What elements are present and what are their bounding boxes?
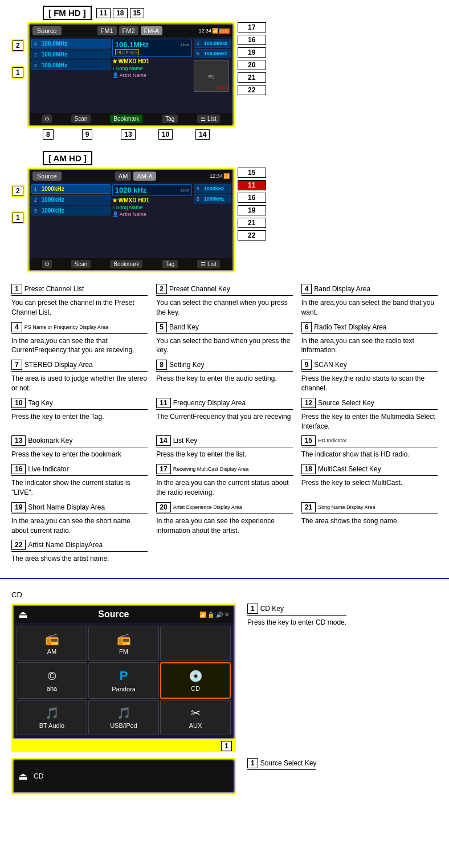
aux-icon: ✂ [191,706,201,720]
desc-18-num: 18 [301,464,316,474]
list-btn[interactable]: ☰ List [197,115,219,123]
cd-num-label-1: 1 [221,741,232,751]
band-fma[interactable]: FM-A [141,26,163,35]
rds-badge: RDS [219,28,230,34]
desc-17-num: 17 [156,464,170,474]
desc-16-title: Live Indicator [28,465,68,473]
channel-2: 2 100.0MHz [31,50,111,59]
thumbnail-label: 92.1 [218,85,228,91]
station-text: WMXD HD1 [119,58,149,64]
desc-1-header: 1 Preset Channel List [11,284,148,296]
source-speaker-icon: 🔊 [216,612,223,618]
desc-10-title: Tag Key [28,399,52,407]
source-pandora[interactable]: P Pandora [88,662,159,699]
source-small-band-label: CD [34,772,43,780]
source-am[interactable]: 📻 AM [17,626,87,661]
channel-6: 6 100.0MHz [194,49,231,58]
bookmark-btn[interactable]: Bookmark [110,115,142,123]
fm-channels-left: 4 100.0MHz 2 100.0MHz 3 100.0MHz [31,39,111,92]
desc-6-body: In the area,you can see the radio text i… [301,336,438,356]
source-bt[interactable]: 🎵 BT Audio [17,700,87,735]
band-fm2[interactable]: FM2 [119,26,138,35]
desc-5-num: 5 [156,322,167,332]
am-bookmark-btn[interactable]: Bookmark [110,260,142,268]
desc-22-title: Artist Name DisplayArea [28,541,103,549]
aha-icon: © [48,670,56,683]
fm-bottom-labels: 8 9 13 10 14 [43,129,438,140]
scan-btn[interactable]: Scan [71,115,91,123]
desc-22-num: 22 [11,540,26,550]
am-active-display: 1020 kHz Live ★ WMXD HD1 ♪ Song Name [112,184,192,217]
desc-20-body: In the area,you can see the experience i… [156,516,292,536]
desc-8: 8 Setting Key Press the key to enter the… [156,360,292,393]
am-ch-3: 3 1000kHz [31,206,111,215]
am-right-labels: 15 11 16 19 21 22 [238,168,266,241]
desc-14-body: Press the key to enter the list. [156,450,292,459]
desc-20: 20 Artist Experience Display Area In the… [156,502,292,536]
gear-btn[interactable]: ⚙ [42,115,52,123]
source-screen: ⏏ Source 📶 🔒 🔊 ✕ 📻 AM [13,605,235,739]
desc-20-title: Artist Experience Display Area [173,504,242,510]
tag-btn[interactable]: Tag [162,115,178,123]
bt-icon: 🎵 [45,706,59,720]
am-signal: 📶 [223,173,230,179]
fm-bottom-bar: ⚙ Scan Bookmark Tag ☰ List [30,113,232,125]
am-channels-right: 5 1000kHz 6 1000kHz [194,184,231,217]
song-row: ♪ Song Name [112,66,192,71]
desc-4b-body: In the area,you can see the that Current… [11,336,148,356]
desc-4b-header: 4 PS Name or Frequency Display Area [11,322,148,334]
usb-icon: 🎵 [117,706,131,720]
desc-11-title: Frequency Display Area [173,399,246,407]
desc-18: 18 MultiCast Select Key Press the key to… [301,464,438,498]
source-aha[interactable]: © aha [17,662,87,699]
am-r-15: 15 [238,168,266,178]
desc-21: 21 Song Name Display Area The area shows… [301,502,438,536]
am-tag-btn[interactable]: Tag [162,260,178,268]
desc-11: 11 Frequency Display Area The CurrentFre… [156,398,292,431]
r-num-16: 16 [238,35,266,45]
source-usb[interactable]: 🎵 USB/iPod [88,700,159,735]
desc-21-num: 21 [301,502,316,512]
am-top-bar: Source AM AM-A 12:34 📶 [30,170,232,182]
am-band-ama[interactable]: AM-A [133,172,156,181]
am-source-btn[interactable]: Source [32,172,62,181]
band-fm1[interactable]: FM1 [97,26,117,35]
usb-label: USB/iPod [110,722,137,729]
am-scan-btn[interactable]: Scan [71,260,91,268]
am-artist: 👤 Artist Name [112,211,192,217]
am-band-am[interactable]: AM [115,172,132,181]
desc-14: 14 List Key Press the key to enter the l… [156,435,292,459]
am-ch-6: 6 1000kHz [194,194,231,203]
desc-11-num: 11 [156,398,170,408]
desc-10: 10 Tag Key Press the key to enter the Ta… [11,398,148,431]
desc-21-title: Song Name Display Area [318,504,375,510]
desc-20-num: 20 [156,502,170,512]
song-text: Song Name [116,66,143,71]
desc-1-num: 1 [11,284,22,294]
source-select-desc: 1 Source Select Key [247,758,316,771]
eject-icon: ⏏ [18,608,28,621]
am-left-2: 2 [11,185,25,197]
am-gear-btn[interactable]: ⚙ [42,260,52,268]
fm-header: [ FM HD ] 11 18 15 [43,6,438,20]
desc-16: 16 Live Indicator The indicator show the… [11,464,148,498]
desc-12-header: 12 Source Select Key [301,398,438,410]
desc-1-title: Preset Channel List [25,285,84,293]
channel-3: 3 100.0MHz [31,60,111,70]
pandora-icon: P [120,669,128,683]
source-cd[interactable]: 💿 CD [160,662,231,699]
source-top-bar: ⏏ Source 📶 🔒 🔊 ✕ [14,606,234,623]
am-station: ★ WMXD HD1 [112,197,192,203]
source-fm[interactable]: 📻 FM [88,626,159,661]
b-num-9: 9 [82,129,93,140]
cd-label: CD [11,590,438,599]
star-icon: ★ [112,58,117,64]
source-items-grid: 📻 AM 📻 FM © aha P Pandora [14,623,234,738]
source-btn[interactable]: Source [32,26,62,35]
desc-15-body: The indicator show that is HD radio. [301,450,438,459]
am-list-btn[interactable]: ☰ List [197,260,219,268]
fm-status-icons: 12:34 📶 RDS [198,28,229,34]
label-1-box: 1 [13,67,23,78]
desc-9-header: 9 SCAN Key [301,360,438,372]
source-aux[interactable]: ✂ AUX [160,700,231,735]
